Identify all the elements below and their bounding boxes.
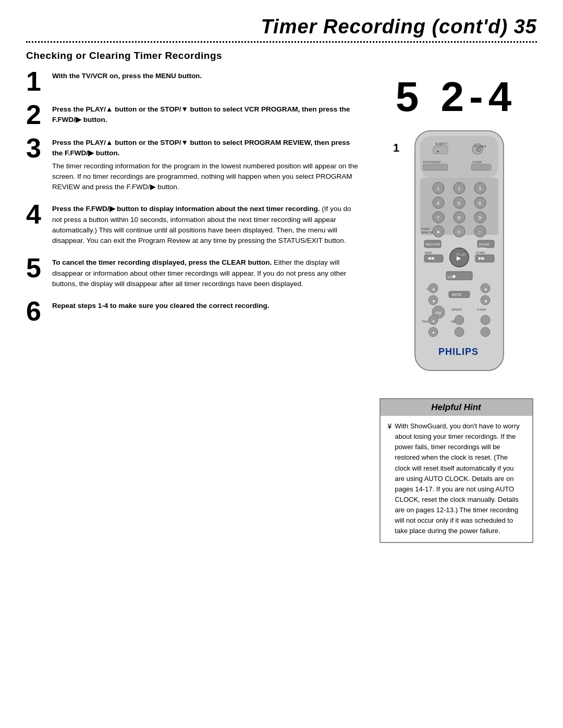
svg-text:FM: FM bbox=[436, 311, 441, 315]
left-column: 1 With the TV/VCR on, press the MENU but… bbox=[26, 71, 360, 334]
step3-body: The timer recording information for the … bbox=[52, 161, 360, 193]
large-numbers: 5 2-4 bbox=[396, 76, 517, 118]
step-content-2: Press the PLAY/▲ button or the STOP/▼ bu… bbox=[52, 104, 360, 128]
svg-text:PHILIPS: PHILIPS bbox=[438, 347, 479, 357]
arrow-indicator: 1 bbox=[393, 141, 399, 155]
svg-text:EJECT: EJECT bbox=[436, 142, 448, 146]
svg-rect-3 bbox=[433, 146, 448, 154]
step4-text: Press the F.FWD/▶ button to display info… bbox=[52, 204, 360, 246]
step-number-6: 6 bbox=[26, 298, 47, 325]
step6-text: Repeat steps 1-4 to make sure you cleare… bbox=[52, 301, 360, 311]
svg-text:▼: ▼ bbox=[432, 331, 435, 335]
svg-text:◀◀: ◀◀ bbox=[427, 256, 434, 261]
step-number-5: 5 bbox=[26, 254, 47, 281]
hint-box: Helpful Hint ¥ With ShowGuard, you don't… bbox=[380, 398, 533, 543]
hint-header: Helpful Hint bbox=[381, 399, 532, 416]
svg-text:▶▶: ▶▶ bbox=[479, 256, 485, 261]
svg-text:▲: ▲ bbox=[432, 287, 436, 291]
hint-bullet: ¥ With ShowGuard, you don't have to worr… bbox=[388, 421, 525, 537]
step5-text: To cancel the timer recording displayed,… bbox=[52, 257, 360, 289]
svg-text:3: 3 bbox=[479, 186, 481, 191]
step-number-1: 1 bbox=[26, 68, 47, 95]
svg-rect-1 bbox=[420, 136, 498, 178]
hint-bullet-symbol: ¥ bbox=[388, 421, 392, 537]
svg-text:7: 7 bbox=[437, 215, 439, 220]
step-content-6: Repeat steps 1-4 to make sure you cleare… bbox=[52, 301, 360, 313]
svg-text:F.ADV: F.ADV bbox=[478, 308, 486, 311]
svg-text:6: 6 bbox=[479, 201, 481, 206]
svg-text:SPEED: SPEED bbox=[451, 308, 462, 311]
svg-text:F.FWD: F.FWD bbox=[476, 251, 485, 254]
svg-text:▲: ▲ bbox=[432, 319, 435, 323]
remote-control-image: EJECT ▲ POWER ⏻ STATUS/EXIT CLEAR bbox=[405, 126, 519, 388]
svg-text:8: 8 bbox=[458, 215, 460, 220]
step2-text: Press the PLAY/▲ button or the STOP/▼ bu… bbox=[52, 104, 360, 126]
svg-text:▼: ▼ bbox=[432, 299, 436, 304]
page-title: Timer Recording (cont'd) 35 bbox=[26, 16, 537, 38]
step3-bold: Press the PLAY/▲ button or the STOP/▼ bu… bbox=[52, 138, 360, 159]
remote-wrapper: 1 EJECT ▲ POWER bbox=[393, 126, 519, 388]
step-5: 5 To cancel the timer recording displaye… bbox=[26, 257, 360, 291]
step-number-2: 2 bbox=[26, 101, 47, 128]
step-6: 6 Repeat steps 1-4 to make sure you clea… bbox=[26, 301, 360, 325]
svg-text:MUTE: MUTE bbox=[452, 293, 462, 297]
svg-text:STOP: STOP bbox=[447, 276, 456, 279]
step-content-5: To cancel the timer recording displayed,… bbox=[52, 257, 360, 291]
step-2: 2 Press the PLAY/▲ button or the STOP/▼ … bbox=[26, 104, 360, 128]
main-layout: 1 With the TV/VCR on, press the MENU but… bbox=[26, 71, 537, 543]
svg-rect-11 bbox=[471, 164, 491, 170]
step-number-4: 4 bbox=[26, 201, 47, 228]
svg-text:2: 2 bbox=[458, 186, 460, 191]
svg-point-83 bbox=[481, 327, 490, 337]
right-column: 5 2-4 1 EJECT ▲ bbox=[375, 71, 537, 543]
svg-text:SLEEP: SLEEP bbox=[421, 227, 430, 230]
svg-point-82 bbox=[455, 327, 464, 337]
svg-text:▼: ▼ bbox=[484, 299, 488, 304]
hint-body-text: With ShowGuard, you don't have to worry … bbox=[395, 421, 524, 537]
svg-text:4: 4 bbox=[437, 201, 439, 206]
svg-text:▲: ▲ bbox=[436, 150, 439, 153]
step-4: 4 Press the F.FWD/▶ button to display in… bbox=[26, 204, 360, 248]
page-container: Timer Recording (cont'd) 35 Checking or … bbox=[0, 0, 563, 728]
step-content-1: With the TV/VCR on, press the MENU butto… bbox=[52, 71, 360, 83]
svg-text:STILL: STILL bbox=[479, 246, 487, 250]
svg-text:5: 5 bbox=[458, 201, 460, 206]
svg-text:PLAY: PLAY bbox=[456, 252, 467, 257]
hint-header-text: Helpful Hint bbox=[431, 402, 481, 412]
svg-text:WAKE UP: WAKE UP bbox=[421, 231, 434, 234]
svg-text:STATUS/EXIT: STATUS/EXIT bbox=[423, 161, 441, 164]
svg-rect-10 bbox=[423, 164, 448, 170]
svg-text:CLEAR: CLEAR bbox=[472, 161, 482, 164]
svg-text:REC/OTR: REC/OTR bbox=[426, 243, 440, 246]
step-content-3: Press the PLAY/▲ button or the STOP/▼ bu… bbox=[52, 138, 360, 194]
svg-text:PAUSE: PAUSE bbox=[479, 243, 489, 246]
step1-text: With the TV/VCR on, press the MENU butto… bbox=[52, 71, 360, 81]
svg-text:9: 9 bbox=[479, 215, 481, 220]
svg-text:▲: ▲ bbox=[484, 287, 488, 291]
svg-point-79 bbox=[481, 315, 490, 325]
svg-text:REW: REW bbox=[425, 251, 432, 254]
svg-text:1: 1 bbox=[437, 186, 439, 191]
dotted-rule bbox=[26, 41, 537, 43]
svg-text:↕: ↕ bbox=[479, 229, 481, 235]
step-3: 3 Press the PLAY/▲ button or the STOP/▼ … bbox=[26, 138, 360, 194]
step-content-4: Press the F.FWD/▶ button to display info… bbox=[52, 204, 360, 248]
svg-point-78 bbox=[455, 315, 464, 325]
svg-text:●: ● bbox=[437, 229, 439, 235]
svg-text:0: 0 bbox=[458, 229, 460, 235]
svg-text:⏻: ⏻ bbox=[476, 147, 481, 152]
hint-body: ¥ With ShowGuard, you don't have to worr… bbox=[381, 416, 532, 542]
step-number-3: 3 bbox=[26, 134, 47, 162]
step-1: 1 With the TV/VCR on, press the MENU but… bbox=[26, 71, 360, 95]
section-heading: Checking or Clearing Timer Recordings bbox=[26, 50, 537, 61]
